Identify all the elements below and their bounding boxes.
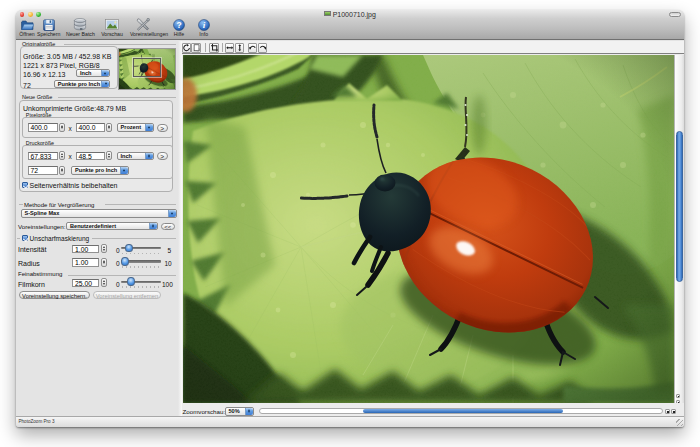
svg-text:?: ?	[176, 20, 181, 30]
